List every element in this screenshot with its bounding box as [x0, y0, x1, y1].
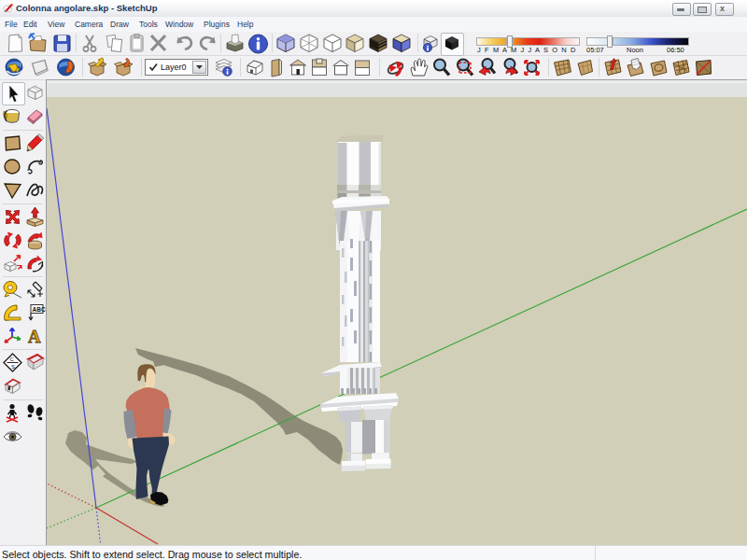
- svg-text:A: A: [28, 327, 41, 346]
- svg-text:S: S: [11, 364, 15, 370]
- svg-text:ABC: ABC: [33, 306, 46, 313]
- svg-text:C: C: [10, 357, 15, 362]
